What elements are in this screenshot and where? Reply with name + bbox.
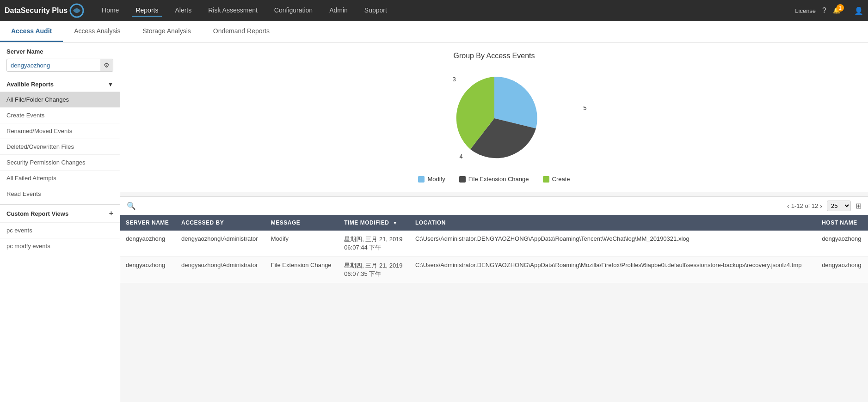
toolbar-right: ‹ 1-12 of 12 › 25 10 50 100 ⊞ [787,201,862,211]
table-cell: dengyaozhong [120,257,176,283]
pie-chart [443,67,545,169]
nav-alerts[interactable]: Alerts [171,5,195,17]
license-link[interactable]: License [795,7,816,14]
custom-item-pc-modfy-events[interactable]: pc modfy events [0,238,120,254]
custom-reports-header: Custom Report Views + [0,204,120,222]
data-table: SERVER NAME ACCESSED BY MESSAGE TIME MOD… [120,215,868,283]
add-custom-report-icon[interactable]: + [109,209,113,218]
col-accessed-by[interactable]: ACCESSED BY [176,215,265,231]
tab-ondemand-reports[interactable]: Ondemand Reports [202,21,281,42]
col-host-name[interactable]: HOST NAME [816,215,868,231]
table-search-button[interactable]: 🔍 [127,201,136,210]
server-input-wrap: ⚙ [6,59,113,72]
col-location[interactable]: LOCATION [410,215,816,231]
server-input[interactable] [7,60,100,71]
table-header: SERVER NAME ACCESSED BY MESSAGE TIME MOD… [120,215,868,231]
chart-container: Group By Access Events 3 5 4 [120,43,868,192]
main-layout: Server Name ⚙ Availble Reports ▼ All Fil… [0,43,868,402]
collapse-arrow-icon[interactable]: ▼ [108,81,113,88]
chart-legend: Modify File Extension Change Create [418,176,570,183]
legend-color-modify [418,176,425,183]
sort-arrow-icon: ▼ [393,220,397,225]
top-navigation: DataSecurity Plus Home Reports Alerts Ri… [0,0,868,21]
report-item-all-file-folder[interactable]: All File/Folder Changes [0,91,120,107]
logo-icon [69,3,84,18]
nav-links: Home Reports Alerts Risk Assessment Conf… [98,5,795,17]
server-name-section: Server Name ⚙ [0,43,120,74]
col-time-modified[interactable]: TIME MODIFIED ▼ [339,215,410,231]
table-row: dengyaozhongdengyaozhong\AdministratorFi… [120,257,868,283]
chart-title: Group By Access Events [134,52,854,60]
next-page-button[interactable]: › [820,202,822,210]
legend-color-create [543,176,549,183]
report-item-all-failed-attempts[interactable]: All Failed Attempts [0,170,120,186]
table-cell: Modify [265,231,339,257]
notification-icon[interactable]: 🔔1 [833,7,848,15]
per-page-select[interactable]: 25 10 50 100 [827,201,851,211]
server-name-label: Server Name [6,48,113,55]
available-reports-section: Availble Reports ▼ All File/Folder Chang… [0,74,120,204]
app-logo: DataSecurity Plus [5,3,84,18]
logo-text: DataSecurity Plus [5,6,68,15]
table-row: dengyaozhongdengyaozhong\AdministratorMo… [120,231,868,257]
chart-and-legend: 3 5 4 [134,67,854,183]
legend-label-modify: Modify [427,176,445,183]
tab-access-analysis[interactable]: Access Analysis [63,21,131,42]
legend-item-create: Create [543,176,570,183]
nav-right: License ? 🔔1 👤 [795,6,863,15]
table-cell: C:\Users\Administrator.DENGYAOZHONG\AppD… [410,231,816,257]
legend-label-create: Create [552,176,570,183]
available-reports-header: Availble Reports ▼ [0,77,120,91]
notification-badge: 1 [837,4,844,12]
table-cell: C:\Users\Administrator.DENGYAOZHONG\AppD… [410,257,816,283]
nav-admin[interactable]: Admin [326,5,351,17]
nav-configuration[interactable]: Configuration [271,5,316,17]
pagination-text: 1-12 of 12 [791,202,819,209]
prev-page-button[interactable]: ‹ [787,202,789,210]
col-server-name[interactable]: SERVER NAME [120,215,176,231]
table-cell: dengyaozhong [816,231,868,257]
report-item-read-events[interactable]: Read Events [0,186,120,201]
nav-support[interactable]: Support [361,5,391,17]
nav-home[interactable]: Home [98,5,123,17]
tab-storage-analysis[interactable]: Storage Analysis [132,21,202,42]
nav-risk-assessment[interactable]: Risk Assessment [204,5,261,17]
nav-reports[interactable]: Reports [132,5,162,17]
user-icon[interactable]: 👤 [854,6,863,15]
content-area: Group By Access Events 3 5 4 [120,43,868,402]
legend-item-modify: Modify [418,176,445,183]
report-item-renamed-moved[interactable]: Renamed/Moved Events [0,123,120,139]
table-toolbar: 🔍 ‹ 1-12 of 12 › 25 10 50 100 ⊞ [120,196,868,215]
col-message[interactable]: MESSAGE [265,215,339,231]
pagination: ‹ 1-12 of 12 › [787,202,822,210]
report-item-security-permission[interactable]: Security Permission Changes [0,154,120,170]
legend-label-fileext: File Extension Change [468,176,529,183]
custom-reports-label: Custom Report Views [6,210,68,217]
report-item-deleted-overwritten[interactable]: Deleted/Overwritten Files [0,139,120,154]
custom-item-pc-events[interactable]: pc events [0,222,120,238]
table-cell: 星期四, 三月 21, 2019 06:07:44 下午 [339,231,410,257]
server-search-icon[interactable]: ⚙ [100,59,113,71]
legend-color-fileext [459,176,466,183]
report-item-create-events[interactable]: Create Events [0,107,120,123]
table-cell: dengyaozhong\Administrator [176,257,265,283]
table-cell: 星期四, 三月 21, 2019 06:07:35 下午 [339,257,410,283]
table-body: dengyaozhongdengyaozhong\AdministratorMo… [120,231,868,283]
sidebar: Server Name ⚙ Availble Reports ▼ All Fil… [0,43,120,402]
tab-access-audit[interactable]: Access Audit [0,21,63,42]
table-cell: File Extension Change [265,257,339,283]
table-cell: dengyaozhong [120,231,176,257]
available-reports-label: Availble Reports [6,81,54,88]
help-icon[interactable]: ? [822,6,826,15]
sub-tabs: Access Audit Access Analysis Storage Ana… [0,21,868,43]
chart-label-5: 5 [583,104,586,111]
chart-label-4: 4 [460,153,463,160]
chart-label-3: 3 [453,76,456,83]
table-cell: dengyaozhong\Administrator [176,231,265,257]
table-cell: dengyaozhong [816,257,868,283]
legend-item-fileext: File Extension Change [459,176,529,183]
grid-columns-icon[interactable]: ⊞ [856,201,862,210]
